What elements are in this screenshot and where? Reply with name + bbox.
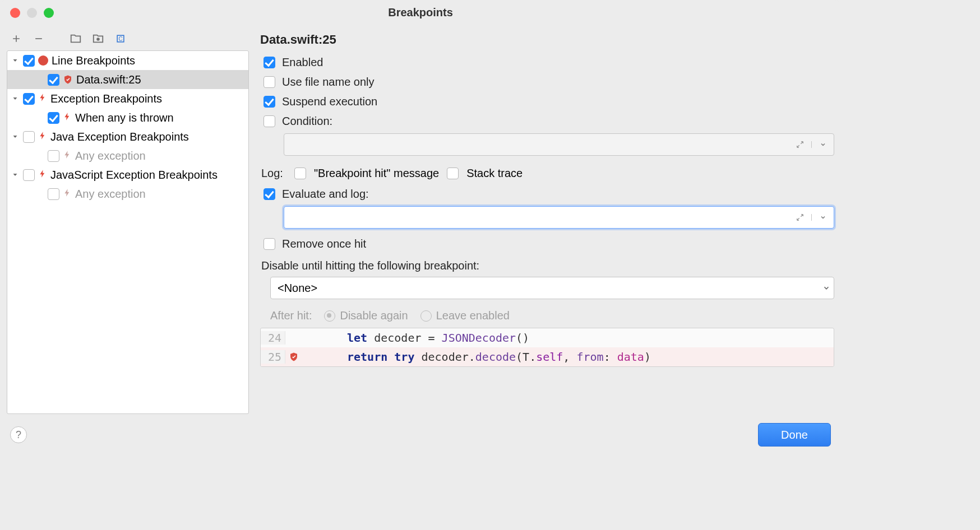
breakpoint-dot-icon: [38, 55, 48, 66]
after-hit-label: After hit:: [270, 309, 312, 322]
traffic-lights: [10, 8, 54, 18]
add-breakpoint-button[interactable]: [10, 32, 22, 45]
item-label: Any exception: [75, 188, 146, 201]
expand-icon[interactable]: [789, 213, 811, 222]
group-by-package-button[interactable]: [92, 32, 104, 45]
suspend-label: Suspend execution: [282, 95, 377, 108]
line-number: 25: [261, 350, 285, 364]
item-label: Any exception: [75, 150, 146, 162]
evaluate-checkbox[interactable]: [264, 188, 275, 200]
tree-group[interactable]: Java Exception Breakpoints: [7, 127, 248, 146]
enabled-checkbox[interactable]: [264, 57, 275, 68]
code-preview: 24let decoder = JSONDecoder()25return tr…: [260, 328, 834, 367]
disable-until-value: <None>: [278, 282, 317, 295]
line-number: 24: [261, 331, 285, 345]
condition-checkbox[interactable]: [264, 115, 275, 127]
detail-panel: Data.swift:25 Enabled Use file name only…: [257, 30, 834, 414]
tree-group[interactable]: Line Breakpoints: [7, 51, 248, 70]
breakpoint-shield-icon: [63, 75, 73, 85]
code-text: let decoder = JSONDecoder(): [302, 331, 529, 345]
group-checkbox[interactable]: [23, 131, 35, 143]
after-hit-leave-radio[interactable]: [420, 310, 432, 322]
group-label: Line Breakpoints: [52, 54, 135, 67]
group-checkbox[interactable]: [23, 55, 35, 67]
minimize-window-button[interactable]: [27, 8, 37, 18]
code-line: 24let decoder = JSONDecoder(): [261, 328, 834, 347]
log-label: Log:: [261, 167, 283, 180]
tree-item[interactable]: Data.swift:25: [7, 70, 248, 89]
code-text: return try decoder.decode(T.self, from: …: [302, 350, 651, 364]
tree-toolbar: C: [7, 30, 249, 50]
group-label: JavaScript Exception Breakpoints: [50, 169, 218, 182]
group-checkbox[interactable]: [23, 169, 35, 181]
expand-icon[interactable]: [789, 140, 811, 149]
item-checkbox[interactable]: [48, 112, 59, 124]
disable-until-select[interactable]: <None>: [270, 277, 834, 299]
lightning-icon: [38, 169, 47, 182]
code-line: 25return try decoder.decode(T.self, from…: [261, 347, 834, 366]
item-checkbox[interactable]: [48, 74, 59, 86]
lightning-icon: [63, 188, 72, 201]
group-by-class-button[interactable]: C: [114, 32, 127, 45]
item-label: When any is thrown: [75, 111, 174, 124]
breakpoint-tree[interactable]: Line BreakpointsData.swift:25Exception B…: [7, 50, 249, 414]
zoom-window-button[interactable]: [44, 8, 54, 18]
help-button[interactable]: ?: [10, 426, 27, 443]
chevron-down-icon[interactable]: [11, 133, 20, 140]
condition-input[interactable]: [284, 139, 789, 151]
svg-text:C: C: [118, 36, 122, 42]
chevron-down-icon: [822, 282, 830, 295]
evaluate-input[interactable]: [284, 212, 789, 224]
after-hit-leave-label: Leave enabled: [436, 309, 510, 322]
lightning-icon: [63, 150, 72, 162]
condition-field[interactable]: [284, 133, 834, 156]
evaluate-label: Evaluate and log:: [282, 188, 369, 201]
after-hit-disable-label: Disable again: [340, 309, 408, 322]
tree-item[interactable]: Any exception: [7, 184, 248, 203]
log-bp-hit-checkbox[interactable]: [294, 168, 306, 179]
chevron-down-icon[interactable]: [11, 95, 20, 102]
item-checkbox[interactable]: [48, 150, 59, 162]
evaluate-field[interactable]: [284, 206, 834, 229]
log-stack-checkbox[interactable]: [447, 168, 459, 179]
filename-only-label: Use file name only: [282, 76, 375, 89]
remove-once-label: Remove once hit: [282, 238, 366, 250]
group-by-file-button[interactable]: [70, 32, 82, 45]
remove-once-checkbox[interactable]: [264, 238, 275, 250]
suspend-checkbox[interactable]: [264, 96, 275, 108]
breakpoint-gutter-icon[interactable]: [285, 352, 302, 362]
disable-until-label: Disable until hitting the following brea…: [260, 259, 834, 272]
remove-breakpoint-button[interactable]: [33, 32, 45, 45]
after-hit-disable-radio[interactable]: [324, 310, 335, 322]
tree-group[interactable]: JavaScript Exception Breakpoints: [7, 165, 248, 184]
lightning-icon: [38, 92, 47, 105]
group-label: Java Exception Breakpoints: [50, 131, 189, 143]
group-checkbox[interactable]: [23, 93, 35, 105]
group-label: Exception Breakpoints: [50, 92, 162, 105]
done-button[interactable]: Done: [758, 423, 831, 447]
lightning-icon: [63, 111, 72, 124]
tree-item[interactable]: Any exception: [7, 146, 248, 165]
titlebar: Breakpoints: [0, 0, 841, 25]
breakpoints-dialog: Breakpoints C: [0, 0, 841, 454]
tree-item[interactable]: When any is thrown: [7, 108, 248, 127]
log-stack-label: Stack trace: [466, 167, 523, 180]
log-bp-hit-label: "Breakpoint hit" message: [314, 167, 439, 180]
item-label: Data.swift:25: [76, 73, 141, 86]
left-column: C Line BreakpointsData.swift:25Exception…: [7, 30, 249, 414]
detail-title: Data.swift:25: [260, 32, 834, 47]
enabled-label: Enabled: [282, 56, 323, 69]
tree-group[interactable]: Exception Breakpoints: [7, 89, 248, 108]
lightning-icon: [38, 131, 47, 143]
close-window-button[interactable]: [10, 8, 20, 18]
after-hit-row: After hit: Disable again Leave enabled: [270, 309, 834, 322]
dialog-body: C Line BreakpointsData.swift:25Exception…: [0, 25, 841, 421]
evaluate-history-button[interactable]: [811, 214, 834, 221]
chevron-down-icon[interactable]: [11, 57, 20, 64]
chevron-down-icon[interactable]: [11, 171, 20, 178]
dialog-footer: ? Done: [0, 421, 841, 454]
condition-label: Condition:: [282, 115, 332, 128]
filename-only-checkbox[interactable]: [264, 76, 275, 88]
item-checkbox[interactable]: [48, 188, 59, 200]
condition-history-button[interactable]: [811, 141, 834, 148]
